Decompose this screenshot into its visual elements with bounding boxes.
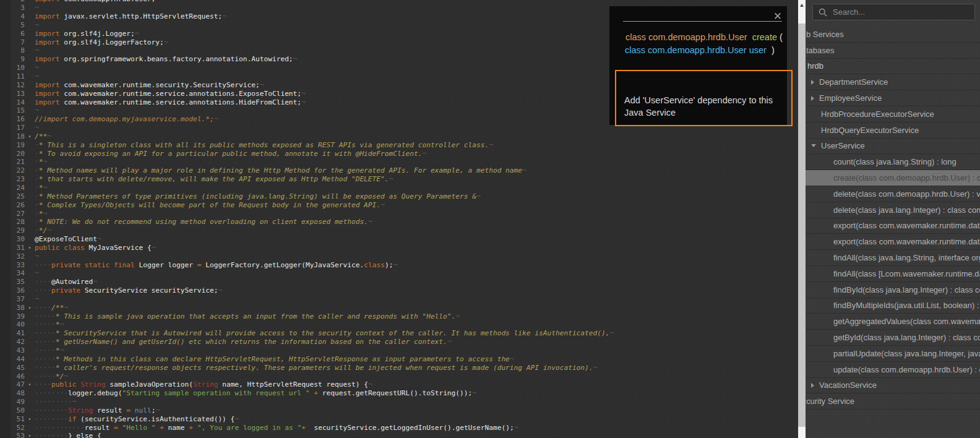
code-text: ·····* Methods in this class can declare… bbox=[35, 355, 514, 364]
tree-method-item[interactable]: delete(class java.lang.Integer) : class … bbox=[806, 202, 980, 218]
tree-method-item[interactable]: update(class com.demoapp.hrdb.User) : cl… bbox=[806, 362, 980, 378]
code-line[interactable]: 18▾/**¬ bbox=[0, 132, 614, 141]
fold-marker-icon[interactable]: ▾ bbox=[25, 132, 35, 141]
code-line[interactable]: 13import com.wavemaker.runtime.service.a… bbox=[0, 90, 614, 98]
fold-marker-icon[interactable]: ▾ bbox=[25, 415, 35, 424]
tree-method-item[interactable]: findByMultipleIds(java.util.List, boolea… bbox=[806, 298, 980, 314]
chevron-down-icon[interactable] bbox=[811, 144, 816, 147]
code-line[interactable]: 45·····* caller's request/response objec… bbox=[0, 364, 614, 372]
code-line[interactable]: 6import org.slf4j.Logger;¬ bbox=[0, 30, 614, 38]
code-line[interactable]: 34¬ bbox=[0, 269, 614, 278]
search-box[interactable] bbox=[812, 4, 975, 20]
chevron-right-icon[interactable] bbox=[811, 383, 814, 388]
code-line[interactable]: 44·····* Methods in this class can decla… bbox=[0, 355, 614, 364]
code-line[interactable]: 15¬ bbox=[0, 106, 614, 115]
code-line[interactable]: 16//import com.demoapp.myjavaservice.mod… bbox=[0, 115, 614, 124]
code-line[interactable]: 19·* This is a singleton class with all … bbox=[0, 141, 614, 150]
tree-method-item[interactable]: getById(class java.lang.Integer) : class… bbox=[806, 330, 980, 346]
tree-method-item[interactable]: export(class com.wavemaker.runtime.data.… bbox=[806, 218, 980, 234]
code-line[interactable]: 50········String result = null;¬ bbox=[0, 406, 614, 415]
tree-item[interactable]: UserService bbox=[806, 139, 980, 155]
code-line[interactable]: 35····@Autowired¬ bbox=[0, 278, 614, 286]
chevron-right-icon[interactable] bbox=[811, 96, 814, 101]
token: ¬ bbox=[447, 338, 452, 346]
code-line[interactable]: 14import com.wavemaker.runtime.service.a… bbox=[0, 98, 614, 107]
tree-item-label: b Services bbox=[806, 30, 844, 39]
tree-method-item[interactable]: count(class java.lang.String) : long bbox=[806, 154, 980, 170]
scrollbar-thumb[interactable] bbox=[798, 24, 806, 427]
code-line[interactable]: 22·* Method names will play a major role… bbox=[0, 166, 614, 175]
tree-method-item[interactable]: findAll(class [Lcom.wavemaker.runtime.da… bbox=[806, 266, 980, 282]
tree-item[interactable]: EmployeeService bbox=[806, 90, 980, 106]
code-line[interactable]: 3¬ bbox=[0, 4, 614, 12]
code-line[interactable]: 32¬ bbox=[0, 252, 614, 261]
vertical-scrollbar[interactable] bbox=[798, 0, 806, 438]
code-line[interactable]: 30@ExposeToClient¬ bbox=[0, 235, 614, 244]
tree-item[interactable]: tabases bbox=[806, 43, 980, 59]
tree-item[interactable]: b Services bbox=[806, 27, 980, 43]
fold-marker-icon[interactable]: ▾ bbox=[25, 304, 35, 312]
code-line[interactable]: 40·····*¬ bbox=[0, 320, 614, 329]
chevron-right-icon[interactable] bbox=[811, 80, 814, 85]
code-line[interactable]: 11¬ bbox=[0, 72, 614, 81]
tree-item-label: getById(class java.lang.Integer) : class… bbox=[833, 333, 980, 342]
code-line[interactable]: 17¬ bbox=[0, 124, 614, 132]
code-line[interactable]: 23·* that starts with delete/remove, wil… bbox=[0, 175, 614, 184]
code-line[interactable]: 27·*¬ bbox=[0, 210, 614, 218]
code-line[interactable]: 5¬ bbox=[0, 21, 614, 30]
code-line[interactable]: 21·*¬ bbox=[0, 158, 614, 166]
code-line[interactable]: 20·* To avoid exposing an API for a part… bbox=[0, 150, 614, 158]
tree-method-item[interactable]: create(class com.demoapp.hrdb.User) : cl… bbox=[806, 170, 980, 186]
code-line[interactable]: 42·····* getUserName() and getUserId() e… bbox=[0, 338, 614, 346]
tree-item[interactable]: hrdb bbox=[806, 59, 980, 75]
tree-item[interactable]: VacationService bbox=[806, 378, 980, 394]
code-line[interactable]: 48········logger.debug("Starting sample … bbox=[0, 389, 614, 398]
code-line[interactable]: 26·* Complex Types/Objects will become p… bbox=[0, 201, 614, 210]
code-line[interactable]: 41·····* SecurityService that is Autowir… bbox=[0, 329, 614, 338]
fold-marker-icon[interactable]: ▾ bbox=[25, 244, 35, 252]
code-line[interactable]: 28·* NOTE: We do not recommend using met… bbox=[0, 218, 614, 226]
fold-marker-icon[interactable]: ▾ bbox=[25, 380, 35, 389]
tree-method-item[interactable]: delete(class com.demoapp.hrdb.User) : vo… bbox=[806, 186, 980, 202]
token: ¬ bbox=[293, 55, 298, 63]
code-line[interactable]: 29·*/¬ bbox=[0, 226, 614, 235]
code-line[interactable]: 25·* Method Parameters of type primitive… bbox=[0, 192, 614, 201]
code-line[interactable]: 9import org.springframework.beans.factor… bbox=[0, 55, 614, 64]
search-input[interactable] bbox=[832, 7, 958, 17]
tree-item[interactable]: HrdbQueryExecutorService bbox=[806, 122, 980, 139]
code-line[interactable]: 46·····*/¬ bbox=[0, 372, 614, 381]
code-line[interactable]: 53▾········} else { bbox=[0, 432, 614, 438]
code-line[interactable]: 39·····* This is sample java operation t… bbox=[0, 312, 614, 321]
scroll-up-button[interactable] bbox=[798, 0, 806, 10]
code-line[interactable]: 43·····*¬ bbox=[0, 346, 614, 355]
code-line[interactable]: 8¬ bbox=[0, 46, 614, 55]
add-dependency-action-box[interactable]: Add 'UserService' dependency to this Jav… bbox=[615, 70, 793, 126]
tree-item[interactable]: DepartmentService bbox=[806, 74, 980, 90]
code-line[interactable]: 7import org.slf4j.LoggerFactory;¬ bbox=[0, 38, 614, 47]
code-line[interactable]: 33····private static final Logger logger… bbox=[0, 261, 614, 270]
tree-method-item[interactable]: partialUpdate(class java.lang.Integer, j… bbox=[806, 346, 980, 362]
code-line[interactable]: 52············result = "Hello " + name +… bbox=[0, 424, 614, 432]
code-line[interactable]: 38▾····/**¬ bbox=[0, 304, 614, 312]
code-line[interactable]: 51▾········if (securityService.isAuthent… bbox=[0, 415, 614, 424]
code-text: ·*/¬ bbox=[35, 226, 51, 235]
tree-method-item[interactable]: export(class com.wavemaker.runtime.data.… bbox=[806, 234, 980, 250]
code-line[interactable]: 24·*¬ bbox=[0, 184, 614, 192]
code-line[interactable]: 10¬ bbox=[0, 64, 614, 72]
fold-spacer bbox=[25, 4, 35, 12]
tree-method-item[interactable]: getAggregatedValues(class com.wavemaker bbox=[806, 314, 980, 330]
fold-marker-icon[interactable]: ▾ bbox=[25, 432, 35, 438]
code-line[interactable]: 36····private SecurityService securitySe… bbox=[0, 286, 614, 295]
code-line[interactable]: 37¬ bbox=[0, 295, 614, 304]
code-line[interactable]: 49·········¬ bbox=[0, 398, 614, 406]
code-line[interactable]: 47▾····public String sampleJavaOperation… bbox=[0, 380, 614, 389]
tree-method-item[interactable]: findById(class java.lang.Integer) : clas… bbox=[806, 282, 980, 298]
code-line[interactable]: 4import javax.servlet.http.HttpServletRe… bbox=[0, 12, 614, 21]
tree-item[interactable]: HrdbProcedureExecutorService bbox=[806, 106, 980, 122]
tree-method-item[interactable]: findAll(class java.lang.String, interfac… bbox=[806, 250, 980, 266]
code-line[interactable]: 31▾public class MyJavaService {¬ bbox=[0, 244, 614, 252]
code-line[interactable]: 12import com.wavemaker.runtime.security.… bbox=[0, 81, 614, 90]
close-icon[interactable]: ✕ bbox=[773, 10, 782, 22]
tree-item[interactable]: curity Service bbox=[806, 393, 980, 410]
code-text: ¬ bbox=[35, 64, 39, 72]
